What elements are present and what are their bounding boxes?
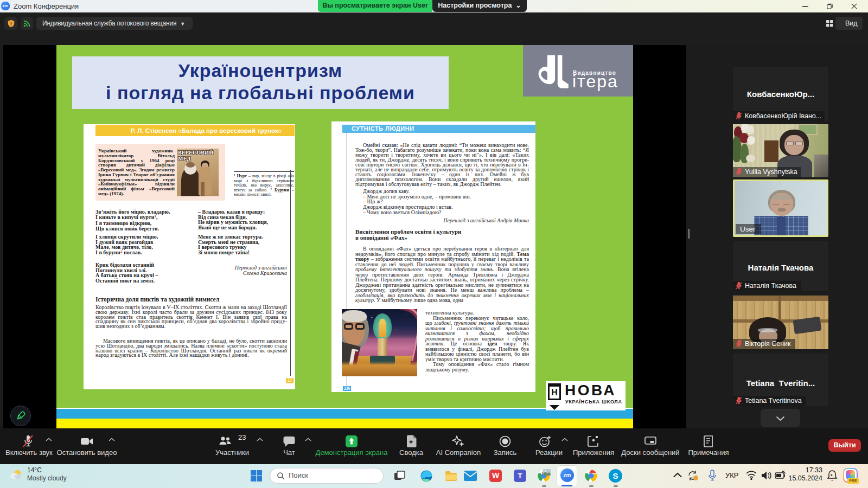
svg-text:z: z (831, 473, 833, 477)
